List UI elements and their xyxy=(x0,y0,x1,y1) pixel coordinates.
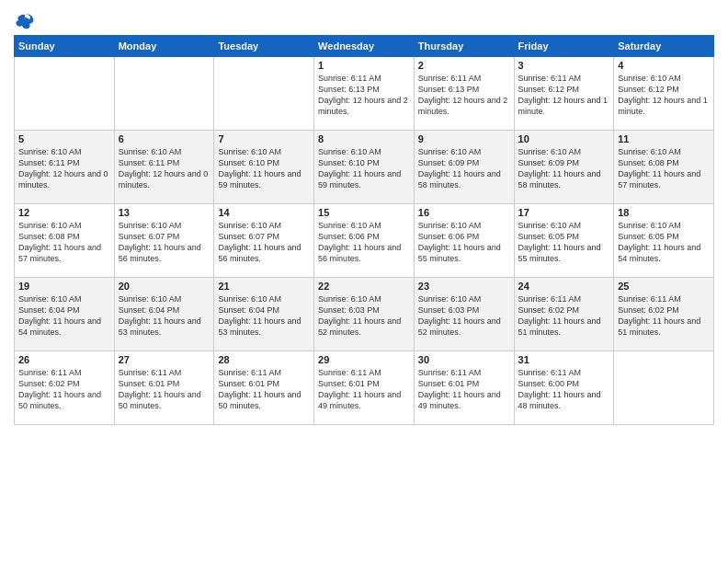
day-info: Sunrise: 6:10 AM Sunset: 6:04 PM Dayligh… xyxy=(218,293,310,339)
calendar-week-row: 19Sunrise: 6:10 AM Sunset: 6:04 PM Dayli… xyxy=(15,278,714,351)
calendar-day-15: 15Sunrise: 6:10 AM Sunset: 6:06 PM Dayli… xyxy=(314,204,415,278)
header xyxy=(14,9,714,29)
calendar-day-7: 7Sunrise: 6:10 AM Sunset: 6:10 PM Daylig… xyxy=(214,131,314,204)
day-number: 19 xyxy=(18,281,110,292)
weekday-header-tuesday: Tuesday xyxy=(214,36,314,57)
calendar-week-row: 26Sunrise: 6:11 AM Sunset: 6:02 PM Dayli… xyxy=(15,351,714,425)
day-number: 13 xyxy=(119,207,210,218)
day-info: Sunrise: 6:10 AM Sunset: 6:03 PM Dayligh… xyxy=(418,293,510,339)
day-info: Sunrise: 6:10 AM Sunset: 6:10 PM Dayligh… xyxy=(318,146,410,191)
day-number: 3 xyxy=(518,60,610,71)
logo-bird-icon xyxy=(15,13,35,29)
day-number: 25 xyxy=(618,281,710,292)
day-number: 27 xyxy=(119,354,210,365)
day-info: Sunrise: 6:10 AM Sunset: 6:05 PM Dayligh… xyxy=(518,220,610,265)
calendar-day-empty xyxy=(114,57,214,131)
calendar-day-14: 14Sunrise: 6:10 AM Sunset: 6:07 PM Dayli… xyxy=(214,204,314,278)
calendar-day-12: 12Sunrise: 6:10 AM Sunset: 6:08 PM Dayli… xyxy=(15,204,115,278)
day-info: Sunrise: 6:11 AM Sunset: 6:01 PM Dayligh… xyxy=(218,367,310,412)
calendar-day-28: 28Sunrise: 6:11 AM Sunset: 6:01 PM Dayli… xyxy=(214,351,314,425)
day-info: Sunrise: 6:10 AM Sunset: 6:10 PM Dayligh… xyxy=(218,146,310,191)
day-number: 5 xyxy=(18,133,110,144)
calendar-day-empty xyxy=(214,57,314,131)
day-number: 14 xyxy=(218,207,310,218)
weekday-header-monday: Monday xyxy=(114,36,214,57)
logo xyxy=(14,13,35,29)
day-info: Sunrise: 6:11 AM Sunset: 6:02 PM Dayligh… xyxy=(518,293,610,339)
day-number: 31 xyxy=(518,354,610,365)
calendar-day-18: 18Sunrise: 6:10 AM Sunset: 6:05 PM Dayli… xyxy=(614,204,714,278)
day-number: 9 xyxy=(418,133,510,144)
calendar-day-25: 25Sunrise: 6:11 AM Sunset: 6:02 PM Dayli… xyxy=(614,278,714,351)
day-number: 10 xyxy=(518,133,610,144)
calendar-day-22: 22Sunrise: 6:10 AM Sunset: 6:03 PM Dayli… xyxy=(314,278,415,351)
day-number: 24 xyxy=(518,281,610,292)
weekday-header-saturday: Saturday xyxy=(614,36,714,57)
day-number: 16 xyxy=(418,207,510,218)
day-info: Sunrise: 6:10 AM Sunset: 6:08 PM Dayligh… xyxy=(18,220,110,265)
day-number: 22 xyxy=(318,281,410,292)
day-info: Sunrise: 6:10 AM Sunset: 6:09 PM Dayligh… xyxy=(518,146,610,191)
calendar-day-empty xyxy=(614,351,714,425)
day-number: 28 xyxy=(218,354,310,365)
calendar-day-29: 29Sunrise: 6:11 AM Sunset: 6:01 PM Dayli… xyxy=(314,351,415,425)
day-number: 11 xyxy=(618,133,710,144)
day-info: Sunrise: 6:10 AM Sunset: 6:04 PM Dayligh… xyxy=(119,293,210,339)
day-info: Sunrise: 6:10 AM Sunset: 6:06 PM Dayligh… xyxy=(418,220,510,265)
calendar-day-27: 27Sunrise: 6:11 AM Sunset: 6:01 PM Dayli… xyxy=(114,351,214,425)
day-number: 26 xyxy=(18,354,110,365)
calendar-day-empty xyxy=(15,57,115,131)
day-info: Sunrise: 6:10 AM Sunset: 6:07 PM Dayligh… xyxy=(218,220,310,265)
calendar-day-21: 21Sunrise: 6:10 AM Sunset: 6:04 PM Dayli… xyxy=(214,278,314,351)
calendar-day-11: 11Sunrise: 6:10 AM Sunset: 6:08 PM Dayli… xyxy=(614,131,714,204)
day-info: Sunrise: 6:11 AM Sunset: 6:12 PM Dayligh… xyxy=(518,73,610,118)
calendar-week-row: 12Sunrise: 6:10 AM Sunset: 6:08 PM Dayli… xyxy=(15,204,714,278)
day-info: Sunrise: 6:10 AM Sunset: 6:05 PM Dayligh… xyxy=(618,220,710,265)
day-info: Sunrise: 6:10 AM Sunset: 6:03 PM Dayligh… xyxy=(318,293,410,339)
day-number: 21 xyxy=(218,281,310,292)
day-info: Sunrise: 6:11 AM Sunset: 6:01 PM Dayligh… xyxy=(119,367,210,412)
day-info: Sunrise: 6:10 AM Sunset: 6:11 PM Dayligh… xyxy=(119,146,210,191)
calendar-day-17: 17Sunrise: 6:10 AM Sunset: 6:05 PM Dayli… xyxy=(514,204,614,278)
day-number: 20 xyxy=(119,281,210,292)
calendar-week-row: 1Sunrise: 6:11 AM Sunset: 6:13 PM Daylig… xyxy=(15,57,714,131)
weekday-header-wednesday: Wednesday xyxy=(314,36,415,57)
day-number: 8 xyxy=(318,133,410,144)
calendar-day-9: 9Sunrise: 6:10 AM Sunset: 6:09 PM Daylig… xyxy=(414,131,514,204)
day-number: 6 xyxy=(119,133,210,144)
calendar-week-row: 5Sunrise: 6:10 AM Sunset: 6:11 PM Daylig… xyxy=(15,131,714,204)
calendar-day-30: 30Sunrise: 6:11 AM Sunset: 6:01 PM Dayli… xyxy=(414,351,514,425)
calendar-day-4: 4Sunrise: 6:10 AM Sunset: 6:12 PM Daylig… xyxy=(614,57,714,131)
calendar-day-13: 13Sunrise: 6:10 AM Sunset: 6:07 PM Dayli… xyxy=(114,204,214,278)
day-number: 1 xyxy=(318,60,410,71)
calendar-day-10: 10Sunrise: 6:10 AM Sunset: 6:09 PM Dayli… xyxy=(514,131,614,204)
day-number: 12 xyxy=(18,207,110,218)
day-number: 23 xyxy=(418,281,510,292)
day-number: 4 xyxy=(618,60,710,71)
day-info: Sunrise: 6:11 AM Sunset: 6:01 PM Dayligh… xyxy=(418,367,510,412)
calendar-day-6: 6Sunrise: 6:10 AM Sunset: 6:11 PM Daylig… xyxy=(114,131,214,204)
day-number: 29 xyxy=(318,354,410,365)
calendar-day-31: 31Sunrise: 6:11 AM Sunset: 6:00 PM Dayli… xyxy=(514,351,614,425)
day-info: Sunrise: 6:10 AM Sunset: 6:08 PM Dayligh… xyxy=(618,146,710,191)
weekday-header-thursday: Thursday xyxy=(414,36,514,57)
calendar-day-20: 20Sunrise: 6:10 AM Sunset: 6:04 PM Dayli… xyxy=(114,278,214,351)
day-info: Sunrise: 6:11 AM Sunset: 6:13 PM Dayligh… xyxy=(318,73,410,118)
calendar-day-24: 24Sunrise: 6:11 AM Sunset: 6:02 PM Dayli… xyxy=(514,278,614,351)
day-number: 2 xyxy=(418,60,510,71)
calendar-day-8: 8Sunrise: 6:10 AM Sunset: 6:10 PM Daylig… xyxy=(314,131,415,204)
day-info: Sunrise: 6:10 AM Sunset: 6:06 PM Dayligh… xyxy=(318,220,410,265)
day-info: Sunrise: 6:11 AM Sunset: 6:02 PM Dayligh… xyxy=(618,293,710,339)
weekday-header-row: SundayMondayTuesdayWednesdayThursdayFrid… xyxy=(15,36,714,57)
day-info: Sunrise: 6:10 AM Sunset: 6:11 PM Dayligh… xyxy=(18,146,110,191)
calendar-day-5: 5Sunrise: 6:10 AM Sunset: 6:11 PM Daylig… xyxy=(15,131,115,204)
day-info: Sunrise: 6:11 AM Sunset: 6:01 PM Dayligh… xyxy=(318,367,410,412)
day-info: Sunrise: 6:10 AM Sunset: 6:04 PM Dayligh… xyxy=(18,293,110,339)
day-info: Sunrise: 6:10 AM Sunset: 6:12 PM Dayligh… xyxy=(618,73,710,118)
day-number: 18 xyxy=(618,207,710,218)
day-info: Sunrise: 6:11 AM Sunset: 6:02 PM Dayligh… xyxy=(18,367,110,412)
day-number: 17 xyxy=(518,207,610,218)
day-info: Sunrise: 6:10 AM Sunset: 6:09 PM Dayligh… xyxy=(418,146,510,191)
day-number: 7 xyxy=(218,133,310,144)
calendar-day-2: 2Sunrise: 6:11 AM Sunset: 6:13 PM Daylig… xyxy=(414,57,514,131)
